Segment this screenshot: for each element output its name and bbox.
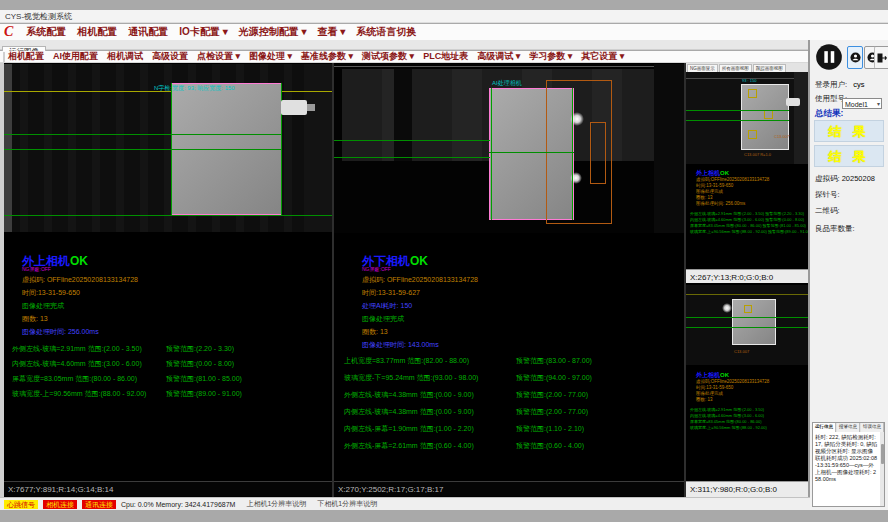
login-user-label: 登录用户: [815,80,847,89]
menu-item[interactable]: 相机配置 [77,25,117,39]
yield-label: 良品率数量: [815,224,855,234]
mini-info-line: 圈数: 13 [696,397,769,403]
main-menubar: C 系统配置相机配置通讯配置IO卡配置 ▾光源控制配置 ▾查看 ▾系统语言切换 [0,24,888,40]
measurement-row: 外侧左线-玻璃=4.38mm 范围:(0.00 - 9.00) 预警范围:(2.… [334,390,684,405]
menu-item[interactable]: 查看 ▾ [318,25,346,39]
ng-camera-view[interactable]: 93 : 150 C13.007 C13.007 R=1.0 [686,72,808,164]
ng-note: NG屏蔽:OFF [22,266,51,272]
count-line: 圈数: 13 [362,327,388,337]
total-result-label: 总结果: [815,108,843,120]
screen-bottom-margin [0,510,888,522]
menu-item[interactable]: 通讯配置 [128,25,168,39]
toolbar-item[interactable]: 点检设置 ▾ [197,50,240,63]
measurement-warn: 预警范围:(81.00 - 85.00) [166,374,242,384]
roi-rect-inner [590,122,606,184]
measurement-row: 外侧左线-玻璃=2.91mm 范围:(2.00 - 3.50) 预警范围:(2.… [4,344,332,359]
track-camera-view[interactable]: C13.007 [686,285,808,365]
reflection-flare [722,303,732,313]
probe-label: 探针号: [815,190,840,200]
track-view-panel: C13.007 外上相机OK 虚拟码:OFFline20250208133134… [686,283,808,497]
mini-orange-label: C13.007 [774,134,789,139]
measurement-value: 玻璃宽度-下=95.24mm 范围:(93.00 - 98.00) [344,373,478,383]
menu-item[interactable]: IO卡配置 ▾ [179,25,227,39]
measurement-row: 玻璃宽度-上=90.56mm 范围:(88.00 - 92.00) 预警范围:(… [4,389,332,404]
mini-info-line: 图像处理时间: 256.00ms [696,201,769,207]
model-select[interactable]: Model1 ▾ [842,98,882,109]
feature-box [764,110,773,119]
measurement-value: 内侧左线-玻璃=4.38mm 范围:(0.00 - 9.00) [344,407,474,417]
time-line: 时间:13-31-59-627 [362,288,420,298]
green-guideline [334,140,490,141]
green-guideline [686,327,808,328]
menu-item[interactable]: 系统配置 [26,25,66,39]
sidebar-barcode: 虚拟码: 20250208 [815,174,875,184]
toolbar-item[interactable]: AI使用配置 [53,50,98,63]
view-tab-row: 运行图像 [0,40,808,50]
green-guideline [686,110,789,111]
measurement-warn: 预警范围:(2.00 - 77.00) [516,390,588,400]
login-user-value: cys [853,80,864,89]
measurement-warn: 预警范围:(0.00 - 8.00) [166,359,234,369]
green-guideline [4,134,282,135]
toolbar-item[interactable]: PLC地址表 [423,50,468,63]
measurement-value: 内侧左线-屏幕=1.90mm 范围:(1.00 - 2.20) [344,424,474,434]
toolbar-item[interactable]: 测试项参数 ▾ [362,50,414,63]
screen-top-margin [0,0,888,10]
window-titlebar: CYS-视觉检测系统 [0,10,888,23]
measurement-value: 玻璃宽度-上=90.56mm 范围:(88.00 - 92.00) [12,389,146,399]
log-tabs: 运行信息 报警信息 错误信息 [813,423,884,432]
lcd-module-overlay [732,299,776,345]
scene-top-line [334,66,684,67]
toolbar-item[interactable]: 图像处理 ▾ [249,50,292,63]
toolbar-grip [3,52,5,62]
toolbar-item[interactable]: 高级设置 [152,50,188,63]
connector-stub [307,104,315,111]
comm-link-badge: 通讯连接 [82,500,116,509]
scene-right-band [794,72,808,164]
left-camera-panel: N字检:宽度: 93; 响应宽度: 150 外上相机OK NG屏蔽:OFF 虚拟… [4,63,332,497]
measurement-row: 内侧左线-玻璃=4.60mm 范围:(3.00 - 6.00) 预警范围:(0.… [4,359,332,374]
center-camera-view[interactable]: AI处理相机 [334,64,684,233]
result-box-2: 结 果 [814,145,884,167]
mini-info-lines: 虚拟码:OFFline20250208133134728时间:13-31-59-… [696,177,769,207]
panel-divider [332,63,334,497]
heartbeat-badge: 心跳信号 [4,500,38,509]
toolbar-item[interactable]: 相机调试 [107,50,143,63]
log-tab-alarm[interactable]: 报警信息 [837,423,860,432]
toolbar-item[interactable]: 其它设置 ▾ [581,50,624,63]
toolbar-item[interactable]: 学习参数 ▾ [529,50,572,63]
time-line: 时间:13-31-59-650 [22,288,80,298]
toolbar-item[interactable]: 基准线参数 ▾ [301,50,353,63]
scene-right-band [304,64,332,232]
log-scrollbar[interactable] [880,432,884,506]
user-mode-button[interactable] [847,46,863,69]
menu-item[interactable]: 系统语言切换 [356,25,416,39]
barcode-line: 虚拟码: OFFline20250208133134728 [22,275,138,285]
measurement-warn: 预警范围:(83.00 - 87.00) [516,356,592,366]
left-pixel-readout: X:7677;Y:891;R:14;G:14;B:14 [4,481,332,496]
result-box-1: 结 果 [814,120,884,142]
measurement-row: 玻璃宽度-下=95.24mm 范围:(93.00 - 98.00) 预警范围:(… [334,373,684,388]
toolbar-item[interactable]: 相机配置 [8,50,44,63]
pause-button[interactable] [815,43,843,71]
connector-part [786,98,800,106]
ng-pixel-readout: X:267;Y:13;R:0;G:0;B:0 [686,269,808,283]
barcode-line: 虚拟码: OFFline20250208133134728 [362,275,478,285]
upper-camera-resolution-link[interactable]: 上相机1分辨率说明 [246,499,306,509]
measurement-value: 内侧左线-玻璃=4.60mm 范围:(3.00 - 6.00) [12,359,142,369]
menu-item[interactable]: 光源控制配置 ▾ [239,25,307,39]
toolbar-item[interactable]: 高级调试 ▾ [477,50,520,63]
status-bar: 心跳信号 相机连接 通讯连接 Cpu: 0.0% Memory: 3424.41… [0,497,810,510]
exit-icon [876,51,888,65]
cpu-memory-readout: Cpu: 0.0% Memory: 3424.4179687M [121,501,235,508]
log-scrollbar-thumb[interactable] [881,444,884,464]
camera-status: OK [410,254,428,268]
connector-part [281,100,307,115]
done-line: 图像处理完成 [22,301,64,311]
left-camera-view[interactable]: N字检:宽度: 93; 响应宽度: 150 [4,64,332,232]
log-tab-run[interactable]: 运行信息 [813,423,836,432]
exit-button[interactable] [874,46,888,69]
lower-camera-resolution-link[interactable]: 下相机1分辨率说明 [317,499,377,509]
window-title: CYS-视觉检测系统 [5,12,72,21]
log-tab-error[interactable]: 错误信息 [861,423,884,432]
